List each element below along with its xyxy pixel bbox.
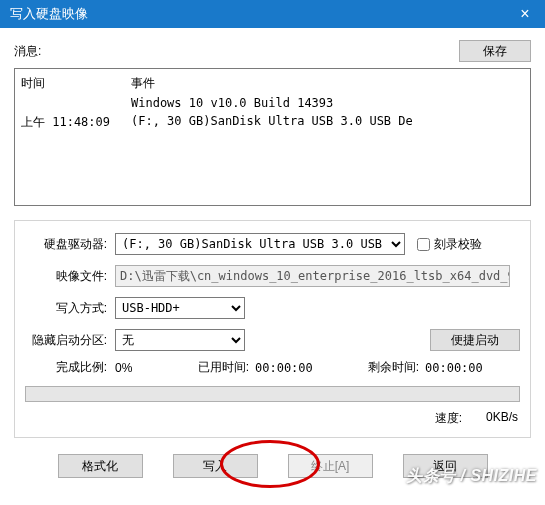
burn-verify-wrap[interactable]: 刻录校验 [417,236,482,253]
log-col-event: 事件 [131,73,419,94]
drive-select[interactable]: (F:, 30 GB)SanDisk Ultra USB 3.0 USB De [115,233,405,255]
content-area: 消息: 保存 时间 事件 Windows 10 v10.0 Build 1439… [0,28,545,488]
close-icon: × [520,5,529,23]
format-button[interactable]: 格式化 [58,454,143,478]
log-row: Windows 10 v10.0 Build 14393 [21,94,419,112]
title-bar: 写入硬盘映像 × [0,0,545,28]
back-button[interactable]: 返回 [403,454,488,478]
log-row: 上午 11:48:09 (F:, 30 GB)SanDisk Ultra USB… [21,112,419,133]
hidden-boot-row: 隐藏启动分区: 无 便捷启动 [25,329,520,351]
image-label: 映像文件: [25,268,115,285]
log-box[interactable]: 时间 事件 Windows 10 v10.0 Build 14393 上午 11… [14,68,531,206]
log-col-time: 时间 [21,73,131,94]
message-row: 消息: 保存 [14,40,531,62]
close-button[interactable]: × [505,0,545,28]
log-table: 时间 事件 Windows 10 v10.0 Build 14393 上午 11… [21,73,419,133]
burn-verify-label: 刻录校验 [434,236,482,253]
drive-row: 硬盘驱动器: (F:, 30 GB)SanDisk Ultra USB 3.0 … [25,233,520,255]
speed-row: 速度: 0KB/s [25,410,520,427]
status-row: 完成比例: 0% 已用时间: 00:00:00 剩余时间: 00:00:00 [25,359,520,376]
speed-value: 0KB/s [486,410,518,427]
log-event: (F:, 30 GB)SanDisk Ultra USB 3.0 USB De [131,112,419,133]
log-event: Windows 10 v10.0 Build 14393 [131,94,419,112]
log-time: 上午 11:48:09 [21,112,131,133]
save-button[interactable]: 保存 [459,40,531,62]
write-mode-label: 写入方式: [25,300,115,317]
complete-value: 0% [115,361,185,375]
elapsed-label: 已用时间: [185,359,255,376]
image-row: 映像文件: D:\迅雷下载\cn_windows_10_enterprise_2… [25,265,520,287]
elapsed-value: 00:00:00 [255,361,335,375]
portable-boot-button[interactable]: 便捷启动 [430,329,520,351]
complete-label: 完成比例: [25,359,115,376]
image-path-field: D:\迅雷下载\cn_windows_10_enterprise_2016_lt… [115,265,510,287]
burn-verify-checkbox[interactable] [417,238,430,251]
speed-label: 速度: [435,410,462,427]
remain-label: 剩余时间: [335,359,425,376]
bottom-button-row: 格式化 写入 终止[A] 返回 [14,454,531,478]
hidden-boot-label: 隐藏启动分区: [25,332,115,349]
hidden-boot-select[interactable]: 无 [115,329,245,351]
remain-value: 00:00:00 [425,361,505,375]
log-time [21,94,131,112]
progress-bar [25,386,520,402]
settings-group: 硬盘驱动器: (F:, 30 GB)SanDisk Ultra USB 3.0 … [14,220,531,438]
drive-label: 硬盘驱动器: [25,236,115,253]
write-mode-row: 写入方式: USB-HDD+ [25,297,520,319]
write-button[interactable]: 写入 [173,454,258,478]
abort-button[interactable]: 终止[A] [288,454,373,478]
write-mode-select[interactable]: USB-HDD+ [115,297,245,319]
message-label: 消息: [14,43,41,60]
window-title: 写入硬盘映像 [10,5,88,23]
